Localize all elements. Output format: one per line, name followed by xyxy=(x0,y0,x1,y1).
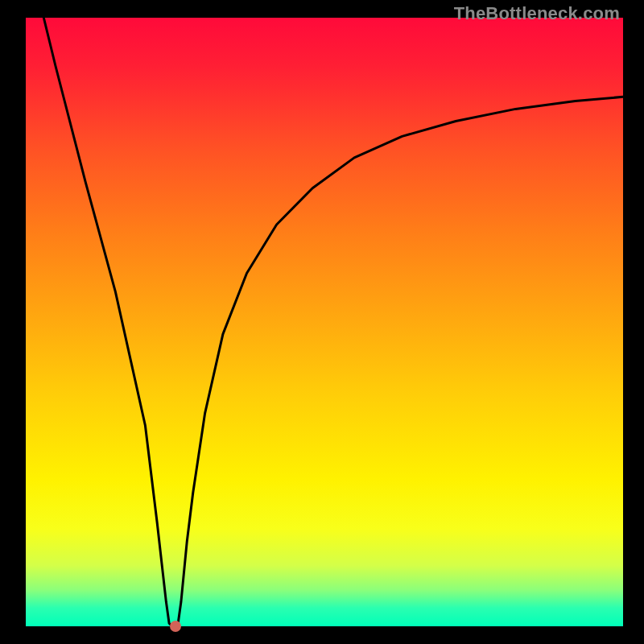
curve-svg xyxy=(26,18,623,626)
bottleneck-curve-path xyxy=(43,18,623,626)
plot-area xyxy=(26,18,623,626)
optimum-marker xyxy=(170,621,181,632)
chart-frame: TheBottleneck.com xyxy=(0,0,644,644)
watermark-text: TheBottleneck.com xyxy=(454,3,620,24)
